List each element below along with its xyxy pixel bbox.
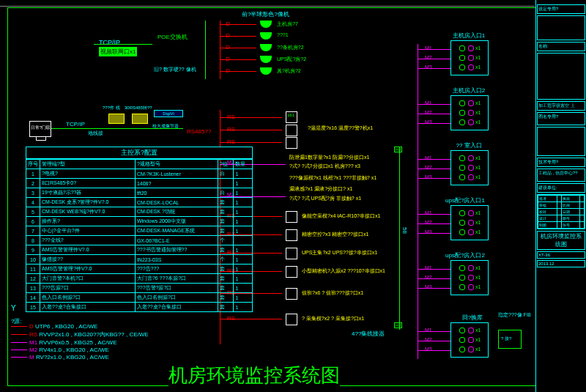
bus-58-label: 58 xyxy=(401,227,408,234)
door2-x2: x1 xyxy=(458,165,481,171)
conv-a-label: ???件 线 xyxy=(103,105,120,111)
door0-x2: x1 xyxy=(458,55,481,61)
table-row: 6操作系?Windows 2008中文版套1 xyxy=(26,217,253,226)
y-axis-marker: Y xyxy=(11,304,16,312)
wire-door3-3 xyxy=(418,233,450,234)
sb-spacer0 xyxy=(537,15,585,40)
digi-box: DigiVi xyxy=(154,110,183,117)
wire-door1-3 xyxy=(418,123,450,124)
wire-door1-1 xyxy=(418,104,450,105)
sb-top: 设定专用? xyxy=(537,4,585,14)
mid-0: ?温湿度?x16 温度??警?机x1 xyxy=(308,125,373,132)
junction-label: 4??集线接器 xyxy=(352,330,385,338)
legend-row-2: M1 RVVP6x0.5 , KBG25 , AC/WE xyxy=(11,339,149,346)
door5-x1: x1 xyxy=(458,328,481,333)
tcp-bus-h xyxy=(51,128,183,129)
door1-x3: x1 xyxy=(458,119,481,125)
door-title-4: ups配?房入口2 xyxy=(443,251,487,259)
tcp-line xyxy=(94,44,152,45)
mid-11: 小型精密机?入源x2 ???10?串接口x1 xyxy=(302,267,385,275)
door2-x1: x1 xyxy=(458,155,481,161)
door4-x3: x1 xyxy=(458,284,481,290)
sensor-badge-0: 161 xyxy=(287,113,294,117)
door2-x3: x1 xyxy=(458,174,481,180)
dev-1: ???1 xyxy=(277,32,289,37)
legend: D UTP6 , KBG20 , AC/WE RS RVVP2x1.0 , KB… xyxy=(11,322,149,361)
tcp-ip-box: 视频联网口x1 xyxy=(99,47,137,56)
door5-x3: x1 xyxy=(458,347,481,352)
conv-b-label: 30RS485转?? xyxy=(125,105,152,111)
wire-door4-2 xyxy=(418,278,450,279)
wire-d2 xyxy=(220,48,256,48)
legend-row-0: D UTP6 , KBG20 , AC/WE xyxy=(11,323,149,330)
door-title-3: ups配?房入口1 xyxy=(443,196,487,204)
sensor-icon-9 xyxy=(286,229,297,241)
sensor-icon-11 xyxy=(286,266,297,278)
sb-date: 2013.12 xyxy=(537,260,585,267)
converter-b xyxy=(132,114,148,124)
wire-d4 xyxy=(220,71,256,72)
bus-doors xyxy=(418,44,418,359)
table-row: 1?电视?CM-?K3K-Lustener台1 xyxy=(26,169,253,179)
table-row: 7中心|?金平台?件CM-DESK-MANAGE系统套1 xyxy=(26,226,253,236)
mid-10: UPS主集?x2 UPS??接?串接口x1 xyxy=(302,249,377,256)
door4-x1: x1 xyxy=(458,265,481,271)
table-row: 5CM-DESK WEB?端?件V?.0CM-DESK ?功能套1 xyxy=(26,207,253,217)
door1-x2: x1 xyxy=(458,110,481,116)
wire-d1 xyxy=(220,36,256,37)
door3-x2: x1 xyxy=(458,220,481,226)
hj-top: HJ xyxy=(394,147,402,152)
dev-4: 其?机房?2 xyxy=(277,67,301,75)
mid-3: 防泄漏1数字量?x1 防漏??分接口x1 xyxy=(289,154,369,161)
door4-x2: x1 xyxy=(458,275,481,281)
table-row: 10像信接??IN223-03S个1 xyxy=(26,255,253,265)
tcp-ip-label: TCP/IP xyxy=(99,39,120,46)
sensor-icon-13 xyxy=(286,314,297,325)
sensor-icon-10 xyxy=(286,248,297,259)
wire-door5-3 xyxy=(418,350,450,351)
sensor-icon-8 xyxy=(286,211,297,223)
extra-box-label: ? 接? xyxy=(501,336,511,342)
wire-door0-2 xyxy=(418,59,450,59)
sb-grid: 批准换底 审核比例 校对日期 设计图号 制图张号 xyxy=(537,194,585,229)
drawing-title: 机房环境监控系统图 xyxy=(168,363,340,388)
sensor-icon-12 xyxy=(286,288,297,300)
door0-x1: x1 xyxy=(458,45,481,51)
mid-4: ?式? ?式?分接口x1 机房??? x3 xyxy=(289,163,360,170)
mid-7: ?式? ?式 UPS配?房 非接触? x1 xyxy=(289,195,361,202)
sb-b4: 工程品 , 信息中心?? xyxy=(537,169,585,182)
sb-b3: 技术专用? xyxy=(537,158,585,167)
table-row: 13???告源?口???告警?源?口套1 xyxy=(26,284,253,293)
table-title: 主控系?配置 xyxy=(26,147,253,159)
wire-door2-3 xyxy=(418,178,450,179)
wire-d0 xyxy=(220,24,256,25)
door3-x1: x1 xyxy=(458,210,481,216)
sb-b2: 图名专用? xyxy=(537,112,585,125)
wire-door4-3 xyxy=(418,288,450,289)
door1-x1: x1 xyxy=(458,100,481,106)
table-row: 14色入口名例源?口色入口名例源?口套1 xyxy=(26,293,253,303)
door0-x3: x1 xyxy=(458,64,481,70)
poe-note: 旧? 数字硬?? 像机 xyxy=(154,66,196,73)
wire-rs1 xyxy=(220,130,282,130)
wire-rs13 xyxy=(220,319,282,319)
poe-label: POE交换机 xyxy=(157,33,188,41)
table-body: 序号管理端?型?规格型号?位数量 1?电视?CM-?K3K-Lustener台1… xyxy=(26,159,253,312)
config-table: 主控系?配置 序号管理端?型?规格型号?位数量 1?电视?CM-?K3K-Lus… xyxy=(26,147,253,312)
hj-bot: HJ xyxy=(394,322,402,328)
sb-b1: 加工范字设置空 上 xyxy=(537,101,585,111)
bus-poe xyxy=(205,21,206,79)
sb-spacer2 xyxy=(537,127,585,156)
mid-6: 漏液感?x1 漏液?分接口? x1 xyxy=(289,185,352,193)
dev-0: 主机房?7 xyxy=(277,21,298,28)
table-row: 4CM-DESK 桌系?管理?件V?.0CM-DESK-LOCAL套1 xyxy=(26,198,253,207)
wire-door0-1 xyxy=(418,49,450,50)
door-title-2: ?? 室入口 xyxy=(447,141,491,149)
sb-spacer1 xyxy=(537,53,585,100)
wire-rs0 xyxy=(220,117,282,118)
wire-door2-2 xyxy=(418,169,450,169)
sb-code: XT-36 xyxy=(537,251,585,259)
sb-dwg-title: 机房环境监控系统图 xyxy=(537,231,585,250)
door5-x2: x1 xyxy=(458,337,481,343)
legend-row-1: RS RVVP2x1.0 , KBG20??内KBG?? , CE/WE xyxy=(11,330,149,339)
